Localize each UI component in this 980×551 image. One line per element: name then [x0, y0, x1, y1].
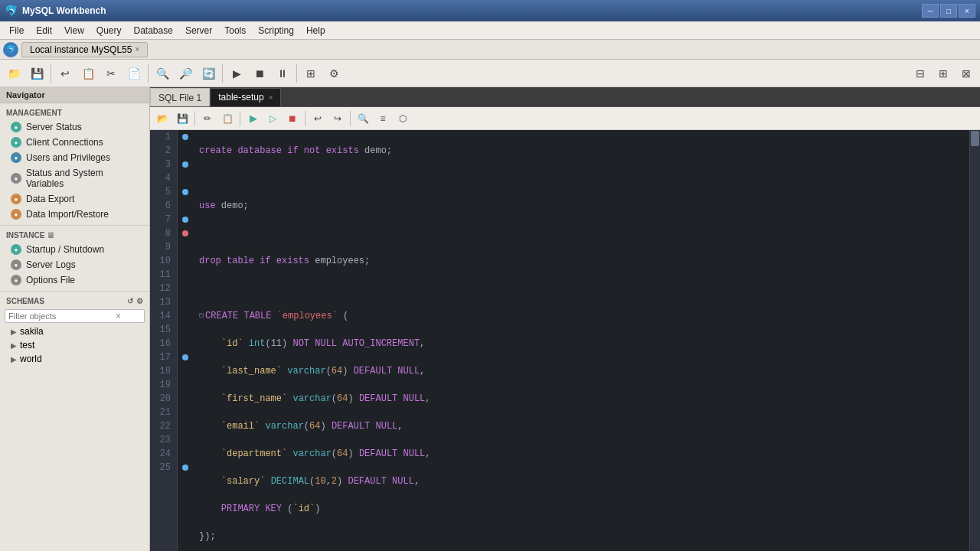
table-setup-close[interactable]: × — [269, 93, 273, 102]
sidebar-item-data-import[interactable]: ● Data Import/Restore — [0, 207, 149, 222]
et-prev[interactable]: ↩ — [309, 109, 327, 128]
menu-database[interactable]: Database — [128, 24, 179, 37]
instance-tab[interactable]: Local instance MySQL55 × — [21, 42, 148, 57]
tab-bar: SQL File 1 table-setup × — [150, 87, 980, 107]
options-file-label: Options File — [26, 275, 75, 285]
toolbar-stop[interactable]: ⏹ — [249, 63, 270, 84]
schema-item-sakila[interactable]: ▶ sakila — [0, 324, 149, 338]
sidebar-item-data-export[interactable]: ● Data Export — [0, 191, 149, 207]
menu-tools[interactable]: Tools — [218, 24, 252, 37]
schema-settings-icon[interactable]: ⚙ — [136, 297, 143, 305]
world-label: world — [20, 354, 42, 364]
data-export-icon: ● — [11, 194, 21, 204]
toolbar-search2[interactable]: 🔎 — [175, 63, 196, 84]
et-filter[interactable]: ≡ — [374, 109, 392, 128]
toolbar-cut[interactable]: ✂ — [100, 63, 122, 84]
server-logs-label: Server Logs — [26, 259, 76, 270]
toolbar-pause[interactable]: ⏸ — [272, 63, 293, 84]
minimize-button[interactable]: ─ — [922, 4, 939, 18]
et-copy[interactable]: 📋 — [218, 109, 237, 128]
test-arrow: ▶ — [11, 341, 17, 350]
toolbar-save[interactable]: 💾 — [26, 63, 47, 84]
toolbar-refresh[interactable]: 🔄 — [198, 63, 219, 84]
toolbar-table[interactable]: ⊞ — [300, 63, 322, 84]
toolbar-undo[interactable]: ↩ — [54, 63, 76, 84]
management-section: MANAGEMENT ● Server Status ● Client Conn… — [0, 103, 149, 226]
schema-refresh-icon[interactable]: ↺ — [127, 297, 133, 305]
code-lines[interactable]: create database if not exists demo; use … — [193, 130, 969, 551]
toolbar-sep4 — [296, 64, 297, 83]
toolbar-paste[interactable]: 📄 — [123, 63, 145, 84]
main-content: Navigator MANAGEMENT ● Server Status ● C… — [0, 87, 980, 551]
close-button[interactable]: × — [959, 4, 975, 18]
menu-scripting[interactable]: Scripting — [252, 24, 300, 37]
code-line-9: `last_name` varchar(64) DEFAULT NULL, — [199, 364, 963, 378]
et-format[interactable]: ⬡ — [394, 109, 412, 128]
sidebar-item-client-connections[interactable]: ● Client Connections — [0, 135, 149, 150]
code-line-10: `first_name` varchar(64) DEFAULT NULL, — [199, 392, 963, 406]
toolbar-new[interactable]: 📁 — [3, 63, 24, 84]
et-execute-current[interactable]: ▷ — [263, 109, 282, 128]
client-connections-icon: ● — [11, 137, 21, 148]
menu-server[interactable]: Server — [179, 24, 218, 37]
toolbar-view2[interactable]: ⊞ — [933, 63, 954, 84]
toolbar-sep1 — [51, 64, 51, 83]
sidebar-item-options-file[interactable]: ● Options File — [0, 272, 149, 288]
code-line-6 — [199, 282, 963, 295]
server-status-icon: ● — [11, 122, 21, 132]
status-variables-label: Status and System Variables — [26, 168, 143, 189]
server-logs-icon: ● — [11, 259, 21, 270]
maximize-button[interactable]: □ — [940, 4, 957, 18]
schema-filter-input[interactable] — [5, 310, 113, 322]
toolbar-sep3 — [222, 64, 223, 83]
tab-sql-file1[interactable]: SQL File 1 — [150, 88, 210, 106]
toolbar-copy[interactable]: 📋 — [77, 63, 99, 84]
tab-table-setup[interactable]: table-setup × — [210, 88, 281, 106]
et-execute[interactable]: ▶ — [243, 109, 262, 128]
toolbar-sep2 — [148, 64, 149, 83]
editor-toolbar: 📂 💾 ✏ 📋 ▶ ▷ ⏹ ↩ ↪ 🔍 ≡ ⬡ — [150, 107, 980, 130]
filter-clear-icon[interactable]: × — [113, 311, 124, 321]
toolbar-search[interactable]: 🔍 — [152, 63, 173, 84]
et-next[interactable]: ↪ — [328, 109, 347, 128]
instance-tab-close[interactable]: × — [135, 45, 139, 54]
menu-view[interactable]: View — [58, 24, 90, 37]
sidebar: Navigator MANAGEMENT ● Server Status ● C… — [0, 87, 150, 551]
menu-file[interactable]: File — [3, 24, 30, 37]
instance-tab-label: Local instance MySQL55 — [30, 44, 132, 55]
users-privileges-label: Users and Privileges — [26, 152, 110, 163]
et-stop[interactable]: ⏹ — [283, 109, 302, 128]
sidebar-item-startup[interactable]: ● Startup / Shutdown — [0, 242, 149, 257]
code-line-11: `email` varchar(64) DEFAULT NULL, — [199, 419, 963, 433]
toolbar-execute[interactable]: ▶ — [226, 63, 247, 84]
code-editor[interactable]: 12345 678910 1112131415 1617181920 21222… — [150, 130, 980, 551]
server-status-label: Server Status — [26, 122, 82, 132]
code-line-12: `department` varchar(64) DEFAULT NULL, — [199, 447, 963, 461]
status-variables-icon: ● — [11, 173, 21, 184]
sidebar-title: Navigator — [6, 90, 45, 99]
et-open[interactable]: 📂 — [153, 109, 172, 128]
et-edit[interactable]: ✏ — [198, 109, 217, 128]
sidebar-item-users-privileges[interactable]: ● Users and Privileges — [0, 150, 149, 165]
app-icon: 🐬 — [5, 5, 18, 17]
toolbar-view3[interactable]: ⊠ — [956, 63, 977, 84]
menu-help[interactable]: Help — [300, 24, 332, 37]
toolbar-settings[interactable]: ⚙ — [323, 63, 345, 84]
sidebar-item-server-status[interactable]: ● Server Status — [0, 119, 149, 135]
sakila-arrow: ▶ — [11, 328, 17, 336]
et-search[interactable]: 🔍 — [354, 109, 372, 128]
sidebar-item-server-logs[interactable]: ● Server Logs — [0, 257, 149, 272]
schema-item-world[interactable]: ▶ world — [0, 352, 149, 366]
toolbar-view1[interactable]: ⊟ — [910, 63, 931, 84]
sidebar-item-status-variables[interactable]: ● Status and System Variables — [0, 165, 149, 191]
options-file-icon: ● — [11, 275, 21, 285]
menu-edit[interactable]: Edit — [30, 24, 58, 37]
menu-query[interactable]: Query — [90, 24, 128, 37]
editor-and-output: 📂 💾 ✏ 📋 ▶ ▷ ⏹ ↩ ↪ 🔍 ≡ ⬡ 12345 — [150, 107, 980, 551]
management-title: MANAGEMENT — [0, 106, 149, 119]
schema-item-test[interactable]: ▶ test — [0, 338, 149, 352]
editor-scrollbar[interactable] — [969, 130, 980, 551]
code-line-5: drop table if exists employees; — [199, 254, 963, 268]
et-save[interactable]: 💾 — [173, 109, 191, 128]
line-numbers: 12345 678910 1112131415 1617181920 21222… — [150, 130, 178, 551]
